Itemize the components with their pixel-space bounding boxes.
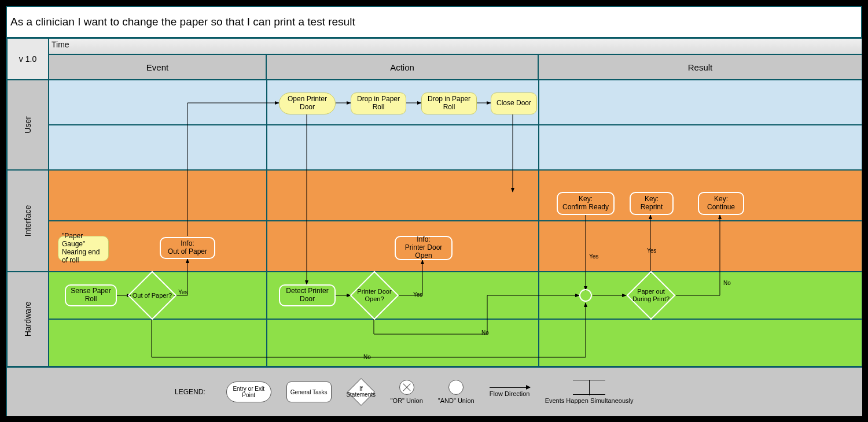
edge-yes-1: Yes	[177, 289, 189, 295]
legend: LEGEND: Entry or Exit Point General Task…	[7, 367, 862, 416]
node-close-door: Close Door	[491, 92, 537, 114]
node-key-continue: Key: Continue	[698, 192, 744, 215]
column-header-action: Action	[266, 54, 538, 80]
lane-hardware-row2	[49, 319, 862, 367]
node-drop-paper-2: Drop in Paper Roll	[421, 92, 477, 114]
node-info-door-open: Info: Printer Door Open	[395, 236, 453, 260]
node-detect-printer-door: Detect Printer Door	[279, 284, 336, 306]
edge-no-3: No	[722, 280, 732, 286]
node-key-confirm: Key: Confirm Ready	[557, 192, 615, 215]
edge-no-1: No	[362, 354, 372, 360]
time-header: Time	[49, 38, 862, 54]
column-header-result: Result	[538, 54, 862, 80]
edge-no-2: No	[480, 330, 490, 336]
edge-yes-4: Yes	[646, 247, 657, 254]
edge-yes-2: Yes	[412, 291, 424, 298]
legend-sim: Events Happen Simultaneously	[545, 380, 634, 404]
node-info-out-of-paper: Info: Out of Paper	[160, 237, 215, 259]
legend-task: General Tasks	[286, 382, 332, 402]
node-paper-out-during-q: Paper out During Print?	[624, 273, 678, 318]
node-paper-gauge: "Paper Gauge" Nearing end of roll	[58, 236, 109, 261]
legend-flow: Flow Direction	[490, 387, 530, 397]
node-open-printer-door: Open Printer Door	[279, 92, 336, 114]
legend-or: "OR" Union	[391, 380, 423, 404]
column-header-event: Event	[49, 54, 266, 80]
grid-line-1	[266, 80, 267, 367]
diagram-frame: As a clinician I want to change the pape…	[6, 6, 862, 416]
node-out-of-paper-q: Out of Paper?	[127, 273, 177, 318]
grid-line-2	[538, 80, 539, 367]
lane-label-hardware: Hardware	[7, 272, 49, 367]
legend-title: LEGEND:	[175, 388, 205, 396]
lane-label-user: User	[7, 80, 49, 170]
lane-user-row2	[49, 125, 862, 170]
legend-and: "AND" Union	[438, 380, 475, 404]
node-printer-door-open-q: Printer Door Open?	[348, 273, 400, 318]
page-title: As a clinician I want to change the pape…	[7, 7, 861, 38]
node-sense-paper: Sense Paper Roll	[65, 284, 117, 306]
node-key-reprint: Key: Reprint	[630, 192, 674, 215]
edge-yes-3: Yes	[588, 253, 599, 260]
legend-entry: Entry or Exit Point	[226, 382, 271, 402]
node-and-union	[579, 289, 592, 302]
lane-label-interface: Interface	[7, 170, 49, 272]
version-cell: v 1.0	[7, 38, 49, 80]
legend-if: If Statements	[347, 377, 376, 406]
node-drop-paper-1: Drop in Paper Roll	[351, 92, 406, 114]
